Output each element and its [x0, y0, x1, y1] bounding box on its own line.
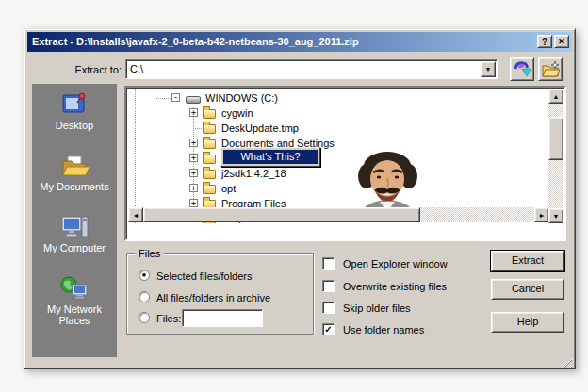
- tree-item-label[interactable]: DeskUpdate.tmp: [221, 122, 299, 134]
- radio-label[interactable]: All files/folders in archive: [156, 292, 270, 303]
- folder-tree-panel: - WINDOWS (C:) + cygwin DeskUpdate.tmp +…: [124, 86, 566, 241]
- files-input[interactable]: [182, 309, 263, 327]
- chevron-down-icon[interactable]: ▼: [481, 61, 496, 77]
- desktop-icon: [59, 90, 90, 120]
- expand-icon[interactable]: +: [189, 199, 198, 207]
- tree-row-cygwin[interactable]: + cygwin: [127, 106, 548, 121]
- resize-grip[interactable]: [559, 354, 572, 368]
- expand-icon[interactable]: +: [189, 108, 198, 117]
- help-button[interactable]: Help: [491, 312, 564, 333]
- scroll-down-icon[interactable]: ▼: [548, 208, 564, 223]
- tree-item-label[interactable]: WINDOWS (C:): [205, 92, 278, 104]
- checkbox-open-explorer[interactable]: [322, 257, 335, 270]
- tree-row-deskupdate[interactable]: DeskUpdate.tmp: [127, 121, 548, 136]
- my-network-places-icon: [59, 273, 90, 303]
- sidebar-item-label: Desktop: [32, 120, 117, 131]
- scrollbar-thumb[interactable]: [143, 207, 420, 222]
- places-bar: Desktop My Documents My Computer: [32, 84, 117, 357]
- window-title: Extract - D:\Installs\javafx-2_0-beta-b4…: [32, 32, 359, 52]
- sidebar-item-my-documents[interactable]: My Documents: [32, 151, 117, 192]
- horizontal-scrollbar[interactable]: ◄ ►: [128, 207, 548, 222]
- extract-button[interactable]: Extract: [491, 251, 564, 271]
- extract-dialog: Extract - D:\Installs\javafx-2_0-beta-b4…: [24, 28, 576, 369]
- checkbox-skip-older[interactable]: [322, 302, 335, 314]
- checkbox-overwrite[interactable]: [322, 280, 335, 292]
- close-button[interactable]: ✕: [554, 35, 569, 48]
- tree-row-windows-c[interactable]: - WINDOWS (C:): [127, 90, 548, 106]
- expand-icon[interactable]: +: [189, 139, 198, 147]
- new-folder-icon: [541, 60, 560, 79]
- expand-icon[interactable]: +: [189, 169, 198, 177]
- scrollbar-thumb[interactable]: [548, 117, 564, 160]
- extract-to-value: C:\: [130, 63, 143, 74]
- scrollbar-track[interactable]: [420, 207, 534, 222]
- radio-label[interactable]: Selected files/folders: [156, 270, 253, 282]
- collapse-icon[interactable]: -: [172, 93, 180, 102]
- scrollbar-track[interactable]: [548, 104, 564, 117]
- folder-icon: [203, 139, 216, 149]
- checkbox-label[interactable]: Overwrite existing files: [343, 281, 447, 292]
- sidebar-item-label: My Computer: [32, 242, 117, 253]
- sidebar-item-desktop[interactable]: Desktop: [32, 90, 117, 131]
- sidebar-item-my-network-places[interactable]: My Network Places: [32, 273, 117, 326]
- extract-to-combobox[interactable]: C:\ ▼: [125, 59, 498, 79]
- my-documents-icon: [59, 151, 90, 181]
- extract-to-label: Extract to:: [62, 64, 122, 75]
- folder-icon: [203, 185, 216, 194]
- checkbox-label[interactable]: Use folder names: [343, 324, 424, 335]
- files-group-title: Files: [135, 248, 164, 259]
- folder-icon: [203, 109, 216, 119]
- radio-selected-files[interactable]: ●: [139, 270, 150, 281]
- checkbox-label[interactable]: Open Explorer window: [343, 258, 448, 270]
- folder-icon: [203, 170, 216, 179]
- folder-tree[interactable]: - WINDOWS (C:) + cygwin DeskUpdate.tmp +…: [127, 89, 548, 223]
- view-last-output-button[interactable]: [510, 57, 534, 81]
- scrollbar-track[interactable]: [548, 160, 564, 208]
- curved-arrow-icon: [513, 60, 531, 79]
- drive-icon: [186, 96, 201, 104]
- context-menu: What's This?: [220, 147, 320, 167]
- checkbox-label[interactable]: Skip older files: [343, 302, 411, 314]
- cancel-button[interactable]: Cancel: [491, 279, 564, 300]
- desktop-background: { "window": { "title": "Extract - D:\\In…: [0, 0, 588, 392]
- scroll-right-icon[interactable]: ►: [534, 207, 548, 222]
- sidebar-item-label: My Network Places: [32, 303, 117, 326]
- context-menu-item-whats-this[interactable]: What's This?: [223, 150, 318, 164]
- checkbox-use-folder-names[interactable]: ✓: [322, 323, 335, 335]
- sidebar-item-my-computer[interactable]: My Computer: [32, 212, 117, 253]
- help-titlebar-button[interactable]: ?: [537, 35, 552, 48]
- new-folder-button[interactable]: [538, 57, 563, 81]
- folder-icon: [203, 124, 216, 134]
- my-computer-icon: [59, 212, 90, 242]
- radio-files[interactable]: [139, 312, 150, 323]
- radio-label[interactable]: Files:: [156, 313, 181, 324]
- radio-all-files[interactable]: [139, 291, 150, 302]
- tree-item-label[interactable]: cygwin: [221, 107, 253, 119]
- titlebar[interactable]: Extract - D:\Installs\javafx-2_0-beta-b4…: [27, 32, 572, 52]
- sidebar-item-label: My Documents: [32, 181, 117, 192]
- folder-icon: [203, 155, 216, 164]
- expand-icon[interactable]: +: [189, 154, 198, 162]
- files-groupbox: Files ● Selected files/folders All files…: [126, 253, 314, 335]
- tree-item-label[interactable]: opt: [221, 183, 236, 194]
- scroll-left-icon[interactable]: ◄: [128, 207, 143, 222]
- scroll-up-icon[interactable]: ▲: [548, 89, 564, 104]
- vertical-scrollbar[interactable]: ▲ ▼: [548, 89, 564, 223]
- tree-item-label[interactable]: j2sdk1.4.2_18: [221, 168, 286, 179]
- expand-icon[interactable]: +: [189, 184, 198, 192]
